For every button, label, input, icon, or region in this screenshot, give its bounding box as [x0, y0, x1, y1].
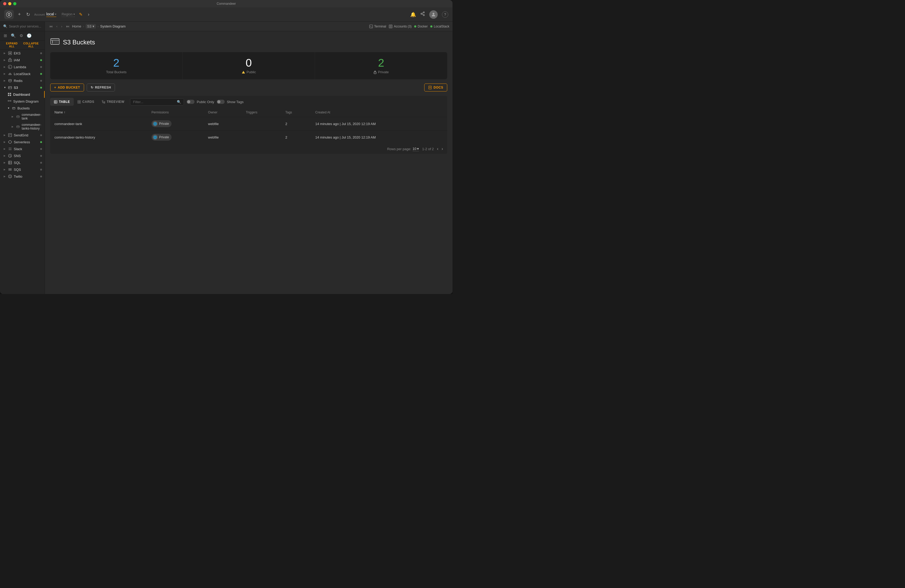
titlebar: Commandeer [0, 0, 452, 7]
expand-all-button[interactable]: EXPAND ALL [3, 42, 21, 48]
refresh-buckets-button[interactable]: ↻ REFRESH [87, 84, 115, 92]
tab-table[interactable]: TABLE [50, 98, 74, 106]
nav-last-icon[interactable]: ⏭ [65, 24, 71, 29]
account-dropdown[interactable]: local ▾ [46, 12, 56, 17]
sidebar-item-twilio[interactable]: ▶ Twilio [0, 173, 44, 180]
nav-next-icon[interactable]: › [60, 24, 63, 29]
sidebar-item-localstack[interactable]: ▶ LocalStack [0, 70, 44, 77]
svg-point-45 [10, 176, 11, 176]
sidebar-item-label-twilio: Twilio [14, 175, 38, 178]
stat-total-buckets: 2 Total Buckets [50, 52, 183, 79]
help-icon[interactable]: ? [442, 11, 448, 18]
accounts-nav[interactable]: Accounts (3) [389, 25, 411, 28]
app-logo[interactable] [4, 10, 14, 19]
public-only-toggle[interactable] [187, 100, 195, 104]
sidebar-item-label-eks: EKS [14, 51, 38, 55]
region-section[interactable]: Region ▾ [62, 12, 75, 17]
localstack-status-icon [430, 25, 432, 27]
search-input[interactable] [9, 25, 41, 28]
sidebar-bucket-tank[interactable]: ▶ commandeer-tank [0, 111, 44, 122]
terminal-label: Terminal [374, 25, 386, 28]
filter-input[interactable] [133, 100, 175, 104]
status-dot-serverless [40, 141, 42, 143]
col-tags: Tags [281, 108, 311, 117]
tab-treeview[interactable]: TREEVIEW [98, 98, 128, 106]
docs-button[interactable]: DOCS [424, 84, 447, 92]
add-button[interactable]: + [17, 11, 22, 18]
refresh-button[interactable]: ↻ [25, 11, 31, 19]
minimize-button[interactable] [8, 2, 11, 5]
expand-collapse-bar: EXPAND ALL COLLAPSE ALL [0, 40, 44, 50]
edit-icon[interactable]: ✎ [78, 11, 84, 18]
sidebar-item-iam[interactable]: ▶ IAM [0, 57, 44, 64]
svg-point-46 [9, 176, 10, 177]
cell-tags: 2 [281, 117, 311, 130]
chevron-right-icon: ▶ [4, 141, 6, 143]
bucket-icon [16, 114, 20, 119]
sidebar-subitem-dashboard[interactable]: Dashboard [0, 91, 44, 98]
forward-nav-icon[interactable]: › [87, 11, 90, 18]
status-dot-s3 [40, 87, 42, 89]
breadcrumb-sep-1: › [83, 24, 84, 28]
svg-rect-58 [54, 43, 58, 43]
status-dot-lambda [40, 66, 42, 68]
maximize-button[interactable] [13, 2, 16, 5]
tabs-and-filter: TABLE CARDS [50, 96, 447, 108]
filter-search-icon: 🔍 [177, 100, 181, 104]
breadcrumb-home[interactable]: Home [72, 24, 81, 28]
notification-icon[interactable]: 🔔 [410, 12, 416, 17]
user-avatar[interactable] [429, 10, 438, 19]
show-tags-toggle[interactable] [217, 100, 225, 104]
grid-view-icon[interactable]: ⊞ [3, 33, 8, 38]
sidebar-item-sendgrid[interactable]: ▶ SendGrid [0, 132, 44, 138]
breadcrumb-s3[interactable]: S3 ▾ [86, 24, 96, 29]
sidebar-toolbar: ⊞ 🔍 ⚙ 🕐 [0, 31, 44, 40]
svg-rect-21 [8, 100, 9, 101]
terminal-nav[interactable]: Terminal [369, 25, 386, 28]
sidebar-item-eks[interactable]: ▶ EKS [0, 50, 44, 57]
svg-rect-57 [54, 41, 58, 42]
sidebar-subitem-buckets[interactable]: ▼ Buckets [0, 105, 44, 111]
nav-first-icon[interactable]: ⏮ [48, 24, 54, 29]
next-page-button[interactable]: › [442, 146, 443, 151]
search-tool-icon[interactable]: 🔍 [10, 33, 16, 38]
sidebar-item-sns[interactable]: ▶ SNS [0, 152, 44, 159]
sidebar-item-lambda[interactable]: ▶ λ Lambda [0, 64, 44, 70]
table-row[interactable]: commandeer-tanks-history 🌐 Private webfi… [50, 130, 447, 144]
table-row[interactable]: commandeer-tank 🌐 Private webfile 2 [50, 117, 447, 130]
refresh-icon: ↻ [90, 86, 94, 89]
sidebar-item-label-sns: SNS [14, 154, 38, 158]
tab-cards[interactable]: CARDS [74, 98, 98, 106]
sidebar-item-s3[interactable]: ▼ S3 [0, 84, 44, 91]
sidebar-subitem-system-diagram[interactable]: System Diagram [0, 98, 44, 105]
sidebar-item-slack[interactable]: ▶ Slack [0, 145, 44, 152]
close-button[interactable] [3, 2, 6, 5]
permission-badge: 🌐 Private [151, 134, 171, 141]
add-bucket-button[interactable]: + ADD BUCKET [50, 84, 84, 92]
chevron-right-icon: ▶ [4, 72, 6, 75]
stat-private-label: Private [373, 70, 389, 74]
sidebar-item-sql[interactable]: ▶ SQL [0, 159, 44, 166]
tab-table-label: TABLE [59, 100, 70, 103]
rows-per-page-select[interactable]: 10 ▾ [413, 147, 419, 151]
col-name[interactable]: Name ↑ [50, 108, 147, 117]
s3-breadcrumb-chevron: ▾ [92, 24, 94, 28]
sidebar-item-sqs[interactable]: ▶ SQS [0, 166, 44, 173]
nav-prev-icon[interactable]: ‹ [55, 24, 59, 29]
sidebar-bucket-history[interactable]: ▶ commandeer-tanks-history [0, 122, 44, 132]
header-right: 🔔 ? [410, 10, 448, 19]
prev-page-button[interactable]: ‹ [437, 146, 438, 151]
share-icon[interactable] [420, 11, 425, 17]
localstack-nav[interactable]: LocalStack [430, 25, 449, 28]
sidebar-item-label-redis: Redis [14, 79, 38, 83]
filter-input-wrap: 🔍 [130, 99, 184, 105]
history-icon[interactable]: 🕐 [26, 33, 32, 38]
sidebar-item-label-s3: S3 [14, 86, 38, 90]
table-tab-icon [54, 100, 57, 103]
chevron-right-icon: ▶ [4, 65, 6, 68]
sidebar-item-redis[interactable]: ▶ Redis [0, 77, 44, 84]
docker-nav[interactable]: Docker [414, 25, 428, 28]
collapse-all-button[interactable]: COLLAPSE ALL [21, 42, 41, 48]
settings-icon[interactable]: ⚙ [19, 33, 24, 38]
sidebar-item-serverless[interactable]: ▶ Serverless [0, 138, 44, 145]
